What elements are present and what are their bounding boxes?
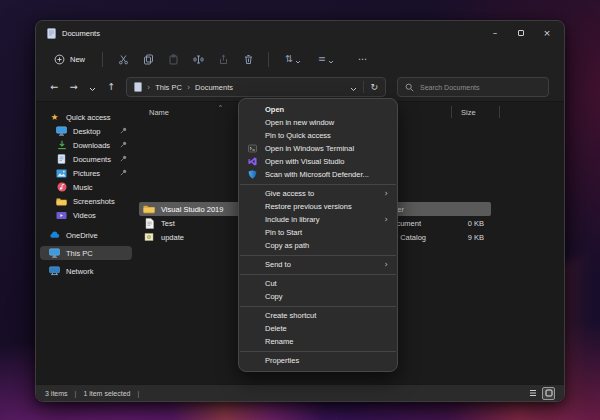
back-button[interactable]: ← [45, 78, 64, 97]
new-plus-icon [54, 54, 65, 65]
sort-arrows-icon: ⇅ [285, 54, 293, 64]
context-menu-item-open[interactable]: Open [239, 103, 397, 116]
new-button-label: New [70, 55, 85, 64]
catalog-file-icon [139, 232, 159, 242]
address-dropdown-chevron-icon[interactable] [350, 78, 357, 96]
sidebar-item-desktop[interactable]: Desktop [40, 124, 132, 138]
sidebar-item-label: Pictures [73, 169, 100, 178]
submenu-arrow-icon: › [385, 260, 388, 269]
context-menu: Open Open in new window Pin to Quick acc… [238, 98, 398, 372]
toolbar: New ⇅ [36, 45, 564, 73]
music-icon [56, 182, 67, 193]
text-file-icon [139, 218, 159, 229]
new-button[interactable]: New [46, 48, 93, 70]
context-menu-item-delete[interactable]: Delete [239, 322, 397, 335]
breadcrumb-separator: › [187, 83, 190, 92]
refresh-icon[interactable]: ↻ [370, 82, 378, 92]
copy-icon [143, 54, 154, 65]
column-divider[interactable] [499, 106, 500, 118]
breadcrumb-separator: › [147, 83, 150, 92]
submenu-arrow-icon: › [385, 189, 388, 198]
context-menu-item-open-in-windows-terminal[interactable]: Open in Windows Terminal [239, 142, 397, 155]
defender-shield-icon [239, 170, 265, 179]
copy-button[interactable] [137, 48, 159, 70]
sidebar-item-pictures[interactable]: Pictures [40, 166, 132, 180]
status-separator: | [75, 390, 77, 397]
context-menu-item-cut[interactable]: Cut [239, 277, 397, 290]
sort-button[interactable]: ⇅ [278, 48, 308, 70]
context-menu-item-send-to[interactable]: Send to › [239, 258, 397, 271]
up-button[interactable]: ↑ [102, 78, 121, 97]
toolbar-separator [268, 52, 269, 67]
column-header-size[interactable]: Size [461, 108, 476, 117]
context-menu-item-copy-as-path[interactable]: Copy as path [239, 239, 397, 252]
menu-separator [240, 255, 396, 256]
sidebar-item-videos[interactable]: Videos [40, 208, 132, 222]
recent-locations-button[interactable] [83, 78, 102, 97]
context-menu-item-create-shortcut[interactable]: Create shortcut [239, 309, 397, 322]
context-menu-item-properties[interactable]: Properties [239, 354, 397, 367]
ellipsis-icon: ⋯ [358, 54, 368, 64]
close-button[interactable]: × [534, 21, 560, 45]
search-box[interactable] [397, 77, 549, 97]
sidebar-item-label: This PC [66, 249, 93, 258]
paste-button[interactable] [162, 48, 184, 70]
context-menu-item-pin-to-quick-access[interactable]: Pin to Quick access [239, 129, 397, 142]
sidebar-item-label: Network [66, 267, 94, 276]
context-menu-item-scan-with-microsoft-defender[interactable]: Scan with Microsoft Defender... [239, 168, 397, 181]
address-bar[interactable]: › This PC › Documents ↻ [126, 77, 386, 97]
sidebar-item-label: Screenshots [73, 197, 115, 206]
context-menu-item-pin-to-start[interactable]: Pin to Start [239, 226, 397, 239]
delete-button[interactable] [237, 48, 259, 70]
context-menu-item-rename[interactable]: Rename [239, 335, 397, 348]
sidebar-item-network[interactable]: Network [40, 264, 132, 278]
sidebar-item-label: Music [73, 183, 93, 192]
sidebar-item-label: Documents [73, 155, 111, 164]
details-view-button[interactable] [526, 387, 539, 400]
context-menu-item-open-in-new-window[interactable]: Open in new window [239, 116, 397, 129]
sidebar-item-documents[interactable]: Documents [40, 152, 132, 166]
arrow-right-icon: → [70, 82, 78, 92]
sidebar-item-screenshots[interactable]: Screenshots [40, 194, 132, 208]
sidebar-item-downloads[interactable]: Downloads [40, 138, 132, 152]
sort-ascending-indicator: ^ [219, 104, 222, 110]
arrow-left-icon: ← [51, 82, 59, 92]
maximize-button[interactable] [508, 21, 534, 45]
scissors-icon [118, 54, 129, 65]
sidebar-item-label: Quick access [66, 113, 111, 122]
forward-button[interactable]: → [64, 78, 83, 97]
app-document-icon [47, 28, 56, 39]
view-list-icon: ≡ [318, 54, 326, 64]
menu-separator [240, 351, 396, 352]
context-menu-item-give-access-to[interactable]: Give access to › [239, 187, 397, 200]
selection-count: 1 item selected [83, 390, 130, 397]
sidebar-item-this-pc[interactable]: This PC [40, 246, 132, 260]
rename-button[interactable] [187, 48, 209, 70]
pin-icon [120, 169, 127, 178]
thumbnails-view-button[interactable] [542, 387, 555, 400]
breadcrumb-this-pc[interactable]: This PC [155, 83, 182, 92]
search-input[interactable] [420, 84, 541, 91]
menu-separator [240, 274, 396, 275]
terminal-icon [239, 144, 265, 153]
more-options-button[interactable]: ⋯ [352, 48, 374, 70]
sidebar-item-quick-access[interactable]: ★ Quick access [40, 110, 132, 124]
column-divider[interactable] [451, 106, 452, 118]
context-menu-item-include-in-library[interactable]: Include in library › [239, 213, 397, 226]
sidebar-item-music[interactable]: Music [40, 180, 132, 194]
sidebar-item-onedrive[interactable]: OneDrive [40, 228, 132, 242]
minimize-button[interactable]: – [482, 21, 508, 45]
context-menu-item-copy[interactable]: Copy [239, 290, 397, 303]
breadcrumb-documents[interactable]: Documents [195, 83, 233, 92]
column-header-name[interactable]: Name [149, 108, 169, 117]
desktop-background: Documents – × New [0, 0, 600, 420]
details-view-icon [529, 389, 537, 398]
view-button[interactable]: ≡ [311, 48, 341, 70]
statusbar: 3 items | 1 item selected | [36, 384, 564, 401]
cut-button[interactable] [112, 48, 134, 70]
context-menu-item-restore-previous-versions[interactable]: Restore previous versions [239, 200, 397, 213]
titlebar[interactable]: Documents – × [36, 21, 564, 45]
share-button[interactable] [212, 48, 234, 70]
context-menu-item-open-with-visual-studio[interactable]: Open with Visual Studio [239, 155, 397, 168]
folder-icon [139, 204, 159, 214]
